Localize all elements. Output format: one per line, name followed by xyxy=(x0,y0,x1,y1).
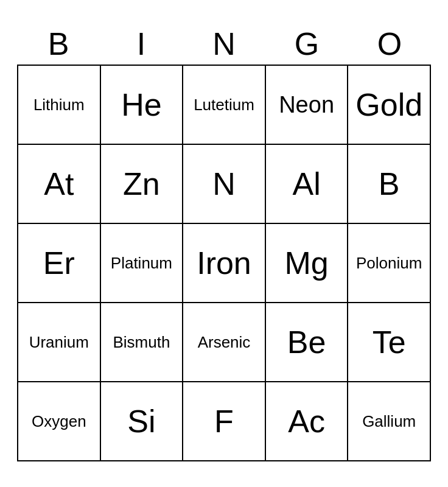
cell-text-0-1: He xyxy=(121,86,161,123)
bingo-cell-4-1[interactable]: Si xyxy=(101,382,184,461)
cell-text-3-2: Arsenic xyxy=(198,333,251,352)
bingo-cell-1-4[interactable]: B xyxy=(348,145,431,224)
cell-text-3-3: Be xyxy=(287,324,326,360)
bingo-cell-1-1[interactable]: Zn xyxy=(101,145,184,224)
cell-text-2-0: Er xyxy=(43,245,75,281)
bingo-cell-0-2[interactable]: Lutetium xyxy=(183,66,266,145)
cell-text-4-2: F xyxy=(214,403,234,440)
cell-text-4-0: Oxygen xyxy=(32,412,86,431)
cell-text-0-2: Lutetium xyxy=(194,96,254,114)
bingo-cell-2-1[interactable]: Platinum xyxy=(101,224,184,303)
cell-text-1-2: N xyxy=(212,166,236,202)
cell-text-2-2: Iron xyxy=(197,245,251,281)
cell-text-1-4: B xyxy=(379,166,400,202)
cell-text-3-1: Bismuth xyxy=(113,333,170,352)
cell-text-3-0: Uranium xyxy=(29,333,89,352)
bingo-grid: LithiumHeLutetiumNeonGoldAtZnNAlBErPlati… xyxy=(17,65,431,461)
bingo-cell-3-1[interactable]: Bismuth xyxy=(101,303,184,382)
cell-text-0-0: Lithium xyxy=(33,96,85,114)
cell-text-2-3: Mg xyxy=(284,245,328,281)
bingo-cell-4-2[interactable]: F xyxy=(183,382,266,461)
bingo-cell-4-3[interactable]: Ac xyxy=(266,382,349,461)
cell-text-2-4: Polonium xyxy=(356,254,422,273)
bingo-cell-3-4[interactable]: Te xyxy=(348,303,431,382)
header-letter-o: O xyxy=(348,26,431,62)
cell-text-2-1: Platinum xyxy=(111,254,172,273)
bingo-cell-4-0[interactable]: Oxygen xyxy=(18,382,101,461)
bingo-cell-4-4[interactable]: Gallium xyxy=(348,382,431,461)
bingo-cell-3-0[interactable]: Uranium xyxy=(18,303,101,382)
bingo-cell-0-0[interactable]: Lithium xyxy=(18,66,101,145)
cell-text-4-3: Ac xyxy=(288,403,325,440)
bingo-cell-2-4[interactable]: Polonium xyxy=(348,224,431,303)
cell-text-0-3: Neon xyxy=(279,92,334,118)
bingo-card: BINGO LithiumHeLutetiumNeonGoldAtZnNAlBE… xyxy=(17,26,431,461)
bingo-cell-2-0[interactable]: Er xyxy=(18,224,101,303)
cell-text-1-1: Zn xyxy=(123,166,160,202)
bingo-cell-2-2[interactable]: Iron xyxy=(183,224,266,303)
bingo-cell-1-0[interactable]: At xyxy=(18,145,101,224)
cell-text-1-0: At xyxy=(44,166,74,202)
header-letter-b: B xyxy=(17,26,100,62)
cell-text-1-3: Al xyxy=(292,166,320,202)
cell-text-0-4: Gold xyxy=(355,86,422,123)
cell-text-4-4: Gallium xyxy=(362,412,416,431)
bingo-cell-0-4[interactable]: Gold xyxy=(348,66,431,145)
bingo-cell-3-3[interactable]: Be xyxy=(266,303,349,382)
bingo-cell-0-3[interactable]: Neon xyxy=(266,66,349,145)
bingo-header: BINGO xyxy=(17,26,431,62)
header-letter-g: G xyxy=(265,26,348,62)
cell-text-4-1: Si xyxy=(127,403,155,440)
bingo-cell-1-2[interactable]: N xyxy=(183,145,266,224)
cell-text-3-4: Te xyxy=(373,324,406,360)
header-letter-n: N xyxy=(183,26,265,62)
bingo-cell-2-3[interactable]: Mg xyxy=(266,224,349,303)
header-letter-i: I xyxy=(100,26,183,62)
bingo-cell-1-3[interactable]: Al xyxy=(266,145,349,224)
bingo-cell-3-2[interactable]: Arsenic xyxy=(183,303,266,382)
bingo-cell-0-1[interactable]: He xyxy=(101,66,184,145)
